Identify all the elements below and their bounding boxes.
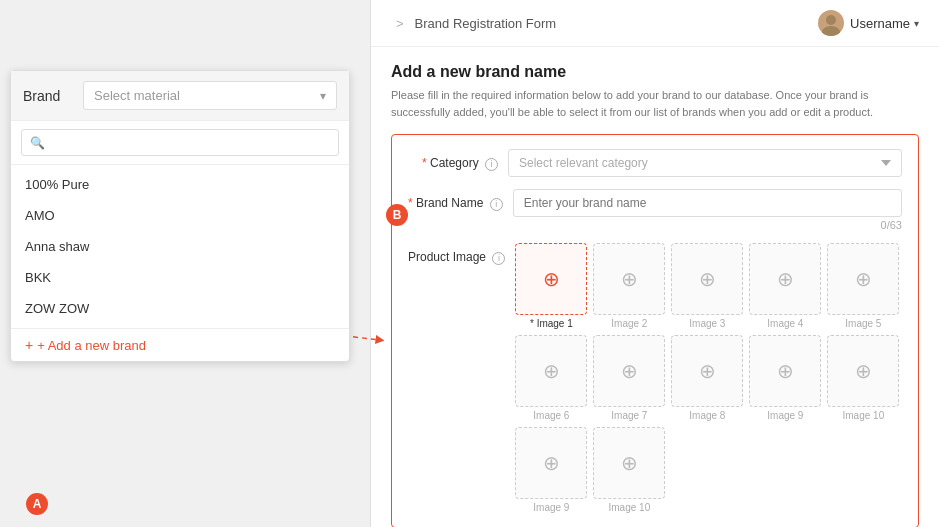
image-cell-6: ⊕ Image 6 [515,335,587,421]
product-image-control: ⊕ * Image 1 ⊕ Image 2 ⊕ Image 3 [515,243,902,513]
image-label-11: Image 9 [515,502,587,513]
brand-name-input[interactable] [513,189,902,217]
brand-dropdown-panel: Brand Select material ▾ 🔍 100% Pure AMO … [10,70,350,362]
image-label-6: Image 6 [515,410,587,421]
chevron-down-icon: ▾ [320,89,326,103]
image-cell-8: ⊕ Image 8 [671,335,743,421]
brand-name-info-icon[interactable]: i [490,198,503,211]
required-star: * [422,156,430,170]
image-upload-8[interactable]: ⊕ [671,335,743,407]
avatar [818,10,844,36]
image-label-2: Image 2 [593,318,665,329]
svg-point-2 [822,26,840,36]
page-title: Add a new brand name [391,63,919,81]
image-label-5: Image 5 [827,318,899,329]
image-cell-10: ⊕ Image 10 [827,335,899,421]
right-panel: > Brand Registration Form Username ▾ Add… [370,0,939,527]
user-menu[interactable]: Username ▾ [818,10,919,36]
category-row: * Category i Select relevant category [408,149,902,177]
image-upload-10[interactable]: ⊕ [827,335,899,407]
image-cell-9: ⊕ Image 9 [749,335,821,421]
breadcrumb-separator: > [396,16,404,31]
select-material-button[interactable]: Select material ▾ [83,81,337,110]
dropdown-list: 100% Pure AMO Anna shaw BKK ZOW ZOW [11,165,349,328]
image-label-3: Image 3 [671,318,743,329]
search-box: 🔍 [11,121,349,165]
category-label: * Category i [408,149,508,171]
category-control: Select relevant category [508,149,902,177]
image-grid: ⊕ * Image 1 ⊕ Image 2 ⊕ Image 3 [515,243,902,513]
image-upload-7[interactable]: ⊕ [593,335,665,407]
image-upload-11[interactable]: ⊕ [515,427,587,499]
image-upload-1[interactable]: ⊕ [515,243,587,315]
breadcrumb: > Brand Registration Form [391,16,556,31]
image-label-10: Image 10 [827,410,899,421]
category-select[interactable]: Select relevant category [508,149,902,177]
list-item[interactable]: BKK [11,262,349,293]
image-cell-11: ⊕ Image 9 [515,427,587,513]
brand-name-label: * Brand Name i [408,189,513,211]
image-upload-5[interactable]: ⊕ [827,243,899,315]
image-upload-4[interactable]: ⊕ [749,243,821,315]
user-dropdown-icon: ▾ [914,18,919,29]
image-cell-3: ⊕ Image 3 [671,243,743,329]
form-description: Please fill in the required information … [391,87,919,120]
image-cell-4: ⊕ Image 4 [749,243,821,329]
list-item[interactable]: ZOW ZOW [11,293,349,324]
list-item[interactable]: AMO [11,200,349,231]
brand-name-counter: 0/63 [513,219,902,231]
image-cell-7: ⊕ Image 7 [593,335,665,421]
required-star: * [408,196,416,210]
plus-icon: + [25,337,33,353]
image-cell-12: ⊕ Image 10 [593,427,665,513]
form-content: Add a new brand name Please fill in the … [371,47,939,527]
product-image-info-icon[interactable]: i [492,252,505,265]
product-image-row: Product Image i ⊕ * Image 1 ⊕ [408,243,902,513]
image-label-7: Image 7 [593,410,665,421]
image-upload-2[interactable]: ⊕ [593,243,665,315]
brand-label: Brand [23,88,73,104]
image-cell-5: ⊕ Image 5 [827,243,899,329]
image-cell-2: ⊕ Image 2 [593,243,665,329]
image-label-9: Image 9 [749,410,821,421]
search-icon: 🔍 [30,136,45,150]
badge-b: B [386,204,408,226]
list-item[interactable]: Anna shaw [11,231,349,262]
image-label-1: * Image 1 [515,318,587,329]
brand-name-control: 0/63 [513,189,902,231]
product-image-label: Product Image i [408,243,515,265]
username-label: Username [850,16,910,31]
list-item[interactable]: 100% Pure [11,169,349,200]
breadcrumb-current: Brand Registration Form [415,16,557,31]
image-upload-3[interactable]: ⊕ [671,243,743,315]
badge-a: A [26,493,48,515]
add-new-brand-button[interactable]: + + Add a new brand [11,328,349,361]
page-header: > Brand Registration Form Username ▾ [371,0,939,47]
brand-label-row: Brand Select material ▾ [11,71,349,121]
add-new-brand-label: + Add a new brand [37,338,146,353]
image-label-8: Image 8 [671,410,743,421]
svg-point-1 [826,15,836,25]
search-input-wrap: 🔍 [21,129,339,156]
image-upload-6[interactable]: ⊕ [515,335,587,407]
image-upload-9[interactable]: ⊕ [749,335,821,407]
search-input[interactable] [51,135,330,150]
select-placeholder-text: Select material [94,88,180,103]
image-label-12: Image 10 [593,502,665,513]
image-cell-1: ⊕ * Image 1 [515,243,587,329]
image-upload-12[interactable]: ⊕ [593,427,665,499]
form-section-bordered: * Category i Select relevant category * … [391,134,919,527]
category-info-icon[interactable]: i [485,158,498,171]
brand-name-row: * Brand Name i 0/63 [408,189,902,231]
image-label-4: Image 4 [749,318,821,329]
